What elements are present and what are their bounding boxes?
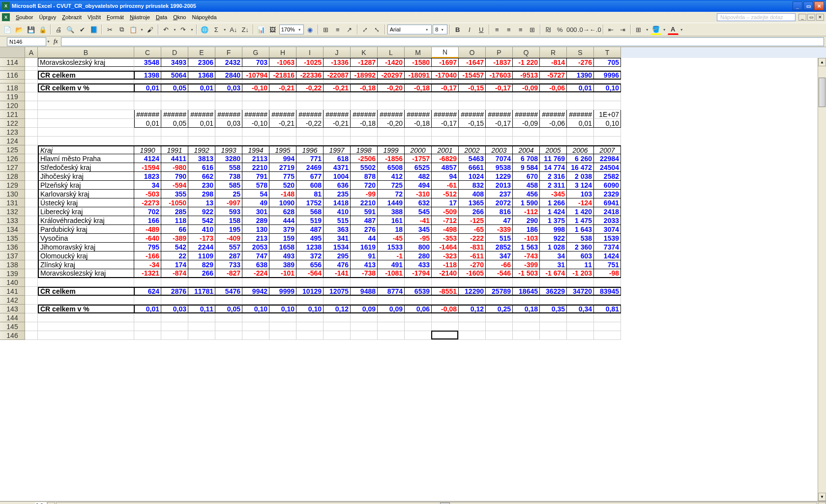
format-painter-icon[interactable]: 🖌 xyxy=(145,24,156,35)
col-header-H[interactable]: H xyxy=(269,47,296,58)
cell[interactable]: 9999 xyxy=(269,287,296,296)
cell[interactable] xyxy=(378,331,405,340)
scroll-up-button[interactable]: ▲ xyxy=(818,58,826,66)
cell[interactable] xyxy=(296,67,324,71)
cell[interactable]: 4124 xyxy=(134,154,161,163)
cell[interactable]: 9996 xyxy=(594,71,621,80)
row-header[interactable]: 129 xyxy=(0,181,25,190)
cell[interactable]: 832 xyxy=(459,181,486,190)
cell[interactable]: 1999 xyxy=(378,145,405,154)
cell[interactable]: 829 xyxy=(188,260,215,269)
cell[interactable] xyxy=(432,92,459,101)
cell[interactable]: -0,18 xyxy=(405,119,432,128)
cell[interactable]: 34 xyxy=(134,181,161,190)
cell[interactable]: 0,01 xyxy=(188,84,215,92)
research-icon[interactable]: 📘 xyxy=(88,24,99,35)
cell[interactable]: 1 424 xyxy=(540,207,567,216)
cell[interactable]: -148 xyxy=(269,190,296,198)
cell[interactable]: 22 xyxy=(161,252,188,260)
cell[interactable] xyxy=(405,101,432,110)
cell[interactable]: -1580 xyxy=(405,58,432,67)
cell[interactable]: 10129 xyxy=(296,287,324,296)
row-header[interactable]: 136 xyxy=(0,243,25,252)
cell[interactable]: 2006 xyxy=(567,145,594,154)
cell[interactable]: 2000 xyxy=(405,145,432,154)
cell[interactable]: 0,12 xyxy=(459,305,486,313)
cell[interactable]: 0,35 xyxy=(540,305,567,313)
cell[interactable]: 13 xyxy=(188,198,215,207)
cell[interactable]: -103 xyxy=(513,234,540,243)
cell[interactable]: 705 xyxy=(594,58,621,67)
cell[interactable] xyxy=(351,80,378,84)
cell[interactable]: 1449 xyxy=(378,198,405,207)
col-header-N[interactable]: N xyxy=(432,47,459,58)
cell[interactable]: 487 xyxy=(351,216,378,225)
col-header-J[interactable]: J xyxy=(324,47,351,58)
cell[interactable]: 677 xyxy=(296,172,324,181)
cell[interactable]: 593 xyxy=(215,207,242,216)
cell[interactable]: 2210 xyxy=(242,163,269,172)
cell[interactable]: -503 xyxy=(134,190,161,198)
cell[interactable]: 301 xyxy=(242,207,269,216)
cell[interactable] xyxy=(432,137,459,145)
sheet-tab[interactable]: 9-3 xyxy=(31,503,47,504)
cell[interactable]: -124 xyxy=(567,198,594,207)
cell[interactable] xyxy=(351,331,378,340)
cell[interactable]: 2306 xyxy=(188,58,215,67)
cell[interactable] xyxy=(25,296,38,305)
row-header[interactable]: 127 xyxy=(0,163,25,172)
cell[interactable]: 771 xyxy=(296,154,324,163)
cell[interactable]: 0,11 xyxy=(188,305,215,313)
cell[interactable] xyxy=(242,67,269,71)
cell[interactable]: -5727 xyxy=(540,71,567,80)
cell[interactable]: 618 xyxy=(324,154,351,163)
menu-file[interactable]: Soubor xyxy=(13,13,36,21)
cell[interactable] xyxy=(459,80,486,84)
cell[interactable]: 6 260 xyxy=(567,154,594,163)
cell[interactable] xyxy=(269,331,296,340)
cell[interactable]: 285 xyxy=(161,207,188,216)
cell[interactable]: 1238 xyxy=(296,243,324,252)
cell[interactable] xyxy=(215,101,242,110)
cell[interactable] xyxy=(134,313,161,322)
redo-icon[interactable]: ↷ xyxy=(178,24,189,35)
cell[interactable] xyxy=(25,305,38,313)
cell[interactable] xyxy=(215,331,242,340)
cell[interactable]: ###### xyxy=(378,110,405,119)
cell[interactable]: -17040 xyxy=(432,71,459,80)
cell[interactable]: 738 xyxy=(215,172,242,181)
cell[interactable] xyxy=(242,313,269,322)
cell[interactable] xyxy=(296,331,324,340)
tab-first-button[interactable]: ⏮ xyxy=(1,502,9,504)
cell[interactable]: 747 xyxy=(242,252,269,260)
cell[interactable] xyxy=(567,128,594,137)
row-header[interactable]: 141 xyxy=(0,287,25,296)
cell[interactable]: 83945 xyxy=(594,287,621,296)
cell[interactable] xyxy=(134,296,161,305)
cell[interactable] xyxy=(296,101,324,110)
cell[interactable]: -98 xyxy=(594,269,621,278)
cell[interactable]: 0,01 xyxy=(134,84,161,92)
cell[interactable]: 487 xyxy=(296,225,324,234)
cell[interactable]: 186 xyxy=(513,225,540,234)
cell[interactable]: 6090 xyxy=(594,181,621,190)
cell[interactable] xyxy=(486,313,513,322)
cell[interactable]: 1998 xyxy=(351,145,378,154)
cell[interactable]: -20297 xyxy=(378,71,405,80)
cell[interactable] xyxy=(486,101,513,110)
align-left-icon[interactable]: ≡ xyxy=(492,24,502,35)
cell[interactable]: -66 xyxy=(486,260,513,269)
cell[interactable]: 542 xyxy=(161,243,188,252)
cell[interactable] xyxy=(594,137,621,145)
cell[interactable] xyxy=(296,128,324,137)
cell[interactable] xyxy=(405,313,432,322)
cell[interactable]: 4371 xyxy=(324,163,351,172)
cell[interactable]: 608 xyxy=(296,181,324,190)
cell[interactable]: 0,03 xyxy=(215,119,242,128)
cell[interactable]: 1090 xyxy=(269,198,296,207)
cell[interactable]: 1991 xyxy=(161,145,188,154)
cell[interactable]: 632 xyxy=(405,198,432,207)
cell[interactable]: 624 xyxy=(134,287,161,296)
row-header[interactable]: 138 xyxy=(0,260,25,269)
dec-indent-icon[interactable]: ⇤ xyxy=(606,24,617,35)
